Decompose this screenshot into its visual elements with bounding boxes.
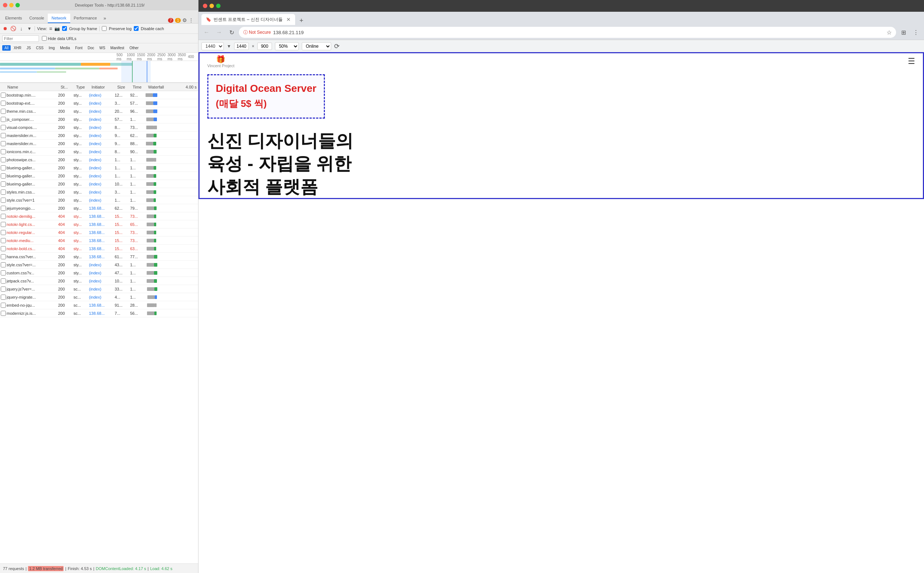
address-bar[interactable]: ⓘ Not Secure 138.68.21.119 ☆ [239,27,896,38]
minimize-button[interactable] [9,3,14,7]
os-close[interactable] [203,4,207,8]
row-checkbox[interactable] [1,173,6,178]
type-filter-xhr[interactable]: XHR [11,45,24,51]
network-table[interactable]: bootstrap.min.... 200 sty... (index) 12.… [0,91,198,564]
viewport-height-input[interactable] [257,42,272,50]
row-initiator[interactable]: 138.68... [89,303,115,307]
row-checkbox[interactable] [1,262,6,268]
rotate-button[interactable]: ⟳ [334,42,340,50]
row-initiator[interactable]: 138.68... [89,230,115,235]
list-view-icon[interactable]: ≡ [49,26,52,31]
disable-cache-checkbox[interactable] [134,26,138,31]
screenshot-icon[interactable]: 📷 [54,26,60,31]
group-by-frame-checkbox[interactable] [62,26,67,31]
tab-more[interactable]: » [101,13,109,23]
row-initiator[interactable]: (index) [89,117,115,122]
row-checkbox[interactable] [1,294,6,300]
tab-elements[interactable]: Elements [2,14,26,23]
row-checkbox[interactable] [1,165,6,171]
row-checkbox[interactable] [1,117,6,122]
settings-icon[interactable]: ⚙ [182,17,187,23]
hamburger-menu[interactable]: ☰ [908,56,915,66]
type-filter-all[interactable]: All [2,45,11,51]
table-row[interactable]: photoswipe.cs... 200 sty... (index) 1...… [0,156,198,164]
row-checkbox[interactable] [1,189,6,195]
row-checkbox[interactable] [1,157,6,162]
hide-data-urls-checkbox[interactable] [42,36,47,41]
bookmark-icon[interactable]: ☆ [886,29,892,36]
row-checkbox[interactable] [1,206,6,211]
table-row[interactable]: style.css?ver=... 200 sty... (index) 43.… [0,261,198,269]
table-row[interactable]: blueimg-galler... 200 sty... (index) 10.… [0,180,198,188]
row-initiator[interactable]: (index) [89,166,115,170]
row-initiator[interactable]: (index) [89,141,115,146]
table-row[interactable]: notokr-bold.cs... 404 sty... 138.68... 1… [0,245,198,253]
table-row[interactable]: blueimg-galler... 200 sty... (index) 1..… [0,172,198,180]
more-options-icon[interactable]: ⋮ [188,17,194,23]
row-initiator[interactable]: 138.68... [89,311,115,316]
row-checkbox[interactable] [1,230,6,235]
row-initiator[interactable]: (index) [89,101,115,105]
table-row[interactable]: modernizr.js.is... 200 sc... 138.68... 7… [0,309,198,317]
table-row[interactable]: embed-no-jqu... 200 sc... 138.68... 91..… [0,301,198,309]
row-checkbox[interactable] [1,125,6,130]
row-initiator[interactable]: (index) [89,271,115,275]
row-initiator[interactable]: 138.68... [89,214,115,219]
header-size[interactable]: Size [117,85,133,89]
table-row[interactable]: notokr-regular... 404 sty... 138.68... 1… [0,229,198,236]
url-text[interactable]: 138.68.21.119 [273,30,304,35]
back-button[interactable]: ← [201,27,212,38]
fetch-button[interactable]: ↓ [18,26,24,31]
table-row[interactable]: bootstrap.min.... 200 sty... (index) 12.… [0,91,198,99]
extensions-button[interactable]: ⊞ [898,27,908,38]
clear-button[interactable]: 🚫 [10,26,16,31]
tab-performance[interactable]: Performance [70,14,101,23]
close-button[interactable] [3,3,7,7]
row-initiator[interactable]: (index) [89,295,115,299]
row-checkbox[interactable] [1,133,6,138]
table-row[interactable]: jquery.js?ver=... 200 sc... (index) 33..… [0,285,198,293]
table-row[interactable]: notokr-light.cs... 404 sty... 138.68... … [0,221,198,229]
type-filter-font[interactable]: Font [73,45,85,51]
row-checkbox[interactable] [1,279,6,283]
row-checkbox[interactable] [1,92,6,98]
new-tab-button[interactable]: + [296,16,307,25]
type-filter-doc[interactable]: Doc [85,45,96,51]
table-row[interactable]: notokr-mediu... 404 sty... 138.68... 15.… [0,236,198,245]
row-checkbox[interactable] [1,222,6,227]
table-row[interactable]: style.css?ver=1 200 sty... (index) 1... … [0,196,198,204]
table-row[interactable]: notokr-demilig... 404 sty... 138.68... 1… [0,212,198,221]
viewport-width-input[interactable] [234,42,249,50]
os-minimize[interactable] [210,4,214,8]
row-initiator[interactable]: (index) [89,149,115,154]
table-row[interactable]: js_composer.... 200 sty... (index) 57...… [0,115,198,124]
browser-tab-active[interactable]: 🔖 빈센트 프로젝트 – 신진 디자이너들 ✕ [201,14,295,25]
chrome-menu-button[interactable]: ⋮ [911,27,921,38]
record-button[interactable]: ⏺ [2,26,8,31]
row-checkbox[interactable] [1,286,6,292]
row-checkbox[interactable] [1,254,6,259]
filter-input[interactable] [2,35,39,42]
row-initiator[interactable]: (index) [89,158,115,162]
row-checkbox[interactable] [1,109,6,114]
row-initiator[interactable]: (index) [89,125,115,130]
row-checkbox[interactable] [1,303,6,308]
table-row[interactable]: hanna.css?ver... 200 sty... 138.68... 61… [0,253,198,261]
header-initiator[interactable]: Initiator [91,85,117,89]
maximize-button[interactable] [16,3,20,7]
device-preset-select[interactable]: 1440 360 768 [201,42,224,50]
row-initiator[interactable]: (index) [89,287,115,291]
header-name[interactable]: Name [0,85,61,89]
network-throttle-select[interactable]: Online Fast 3G Slow 3G [302,42,331,50]
row-initiator[interactable]: (index) [89,190,115,194]
row-checkbox[interactable] [1,101,6,106]
type-filter-js[interactable]: JS [24,45,33,51]
table-row[interactable]: masterslider.m... 200 sty... (index) 9..… [0,139,198,148]
row-checkbox[interactable] [1,214,6,219]
table-row[interactable]: jejumyeongjo.... 200 sty... 138.68... 62… [0,204,198,212]
row-checkbox[interactable] [1,311,6,316]
scale-select[interactable]: 50% 75% 100% [275,42,299,50]
table-row[interactable]: theme.min.css... 200 sty... (index) 20..… [0,107,198,115]
row-checkbox[interactable] [1,149,6,154]
table-row[interactable]: jquery-migrate... 200 sc... (index) 4...… [0,293,198,301]
